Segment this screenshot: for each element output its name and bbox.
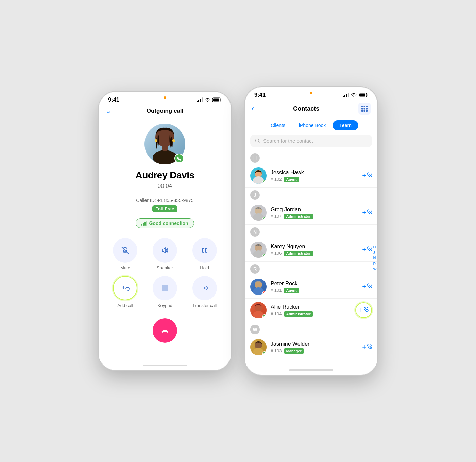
status-time-1: 9:41 xyxy=(108,96,119,103)
svg-marker-19 xyxy=(162,248,166,253)
offline-dot-peter xyxy=(262,291,267,295)
contact-item-allie[interactable]: Allie Rucker # 104 Administrator + xyxy=(245,299,377,322)
call-status-title: Outgoing call xyxy=(147,108,184,114)
home-indicator-1 xyxy=(143,365,187,366)
toll-free-badge: Toll-Free xyxy=(152,205,177,212)
svg-rect-34 xyxy=(346,94,347,97)
phone-arc-jessica xyxy=(367,172,372,179)
svg-point-28 xyxy=(166,287,168,289)
wifi-icon-1 xyxy=(205,98,210,102)
contact-meta-jasmine: # 103 Manager xyxy=(271,348,359,354)
section-letter-w: W xyxy=(250,325,260,334)
alpha-w[interactable]: W xyxy=(373,267,377,271)
contact-name-peter: Peter Rock xyxy=(271,281,359,287)
svg-point-27 xyxy=(164,287,166,289)
svg-point-58 xyxy=(253,311,264,318)
speaker-label: Speaker xyxy=(157,265,173,270)
mute-button[interactable]: Mute xyxy=(113,238,137,270)
svg-rect-2 xyxy=(200,99,201,102)
plus-sign-karey: + xyxy=(362,245,367,254)
avatar-jasmine xyxy=(250,339,267,355)
add-to-call-peter[interactable]: + xyxy=(362,282,372,291)
phone-arc-karey xyxy=(367,246,372,253)
wifi-icon-2 xyxy=(351,93,357,97)
contact-name-karey: Karey Nguyen xyxy=(271,244,359,250)
mute-icon xyxy=(120,246,130,255)
orange-dot-2 xyxy=(310,92,312,94)
contact-name-jessica: Jessica Hawk xyxy=(271,170,359,176)
call-timer: 00:04 xyxy=(158,183,172,190)
svg-point-26 xyxy=(162,287,164,289)
contact-info-greg: Greg Jordan # 107 Administrator xyxy=(271,207,359,219)
online-dot-allie xyxy=(262,314,267,318)
ext-karey: # 106 xyxy=(271,251,282,256)
end-call-button[interactable] xyxy=(153,318,177,343)
add-to-call-greg[interactable]: + xyxy=(362,208,372,217)
contact-item-karey[interactable]: Karey Nguyen # 106 Administrator + xyxy=(245,238,377,262)
status-icons-2 xyxy=(343,93,368,97)
contact-name-allie: Allie Rucker xyxy=(271,304,353,310)
add-to-call-jessica[interactable]: + xyxy=(362,171,372,180)
svg-rect-46 xyxy=(366,110,368,112)
search-bar[interactable]: Search for the contact xyxy=(250,135,372,147)
add-call-button[interactable]: + Add call xyxy=(113,276,137,308)
contact-item-peter[interactable]: Peter Rock # 101 Agent + xyxy=(245,275,377,299)
battery-icon-2 xyxy=(359,93,368,97)
plus-sign-allie: + xyxy=(359,306,363,315)
online-dot-karey xyxy=(262,254,267,258)
transfer-call-button[interactable]: Transfer call xyxy=(192,276,217,308)
svg-rect-43 xyxy=(366,108,368,110)
svg-rect-41 xyxy=(361,108,363,110)
svg-rect-20 xyxy=(202,248,204,252)
svg-point-10 xyxy=(172,139,175,142)
signal-icon-2 xyxy=(343,93,349,97)
svg-rect-32 xyxy=(343,96,344,97)
ext-greg: # 107 xyxy=(271,214,282,219)
svg-point-54 xyxy=(253,250,264,258)
contact-item-greg[interactable]: Greg Jordan # 107 Administrator + xyxy=(245,201,377,225)
contact-item-jasmine[interactable]: Jasmine Welder # 103 Manager + xyxy=(245,336,377,359)
phone-contacts: 9:41 xyxy=(245,87,377,375)
contact-item-jessica[interactable]: Jessica Hawk # 102 Agent + xyxy=(245,164,377,188)
svg-point-50 xyxy=(253,176,264,184)
svg-rect-39 xyxy=(364,106,366,107)
add-to-call-karey[interactable]: + xyxy=(362,245,372,254)
alpha-r[interactable]: R xyxy=(373,262,377,266)
alpha-j[interactable]: J xyxy=(373,250,377,255)
plus-sign-jasmine: + xyxy=(362,343,367,352)
status-bar-2: 9:41 xyxy=(245,87,377,100)
svg-rect-42 xyxy=(364,108,366,110)
phone-arc-greg xyxy=(367,209,372,216)
svg-rect-35 xyxy=(348,93,349,97)
add-to-call-allie[interactable]: + xyxy=(355,302,372,318)
tab-clients[interactable]: Clients xyxy=(264,120,292,130)
avatar-badge xyxy=(174,154,184,163)
tab-iphone-book[interactable]: iPhone Book xyxy=(292,120,333,130)
alpha-h[interactable]: H xyxy=(373,245,377,249)
speaker-button[interactable]: Speaker xyxy=(153,238,177,270)
contacts-header: ‹ Contacts xyxy=(245,100,377,119)
ext-jasmine: # 103 xyxy=(271,348,282,353)
end-call-icon xyxy=(159,325,170,336)
chevron-down-icon[interactable]: ⌄ xyxy=(105,107,112,115)
alpha-n[interactable]: N xyxy=(373,256,377,260)
svg-rect-33 xyxy=(344,95,345,97)
tab-team[interactable]: Team xyxy=(333,120,358,130)
role-peter: Agent xyxy=(284,288,299,293)
contact-meta-karey: # 106 Administrator xyxy=(271,251,359,256)
plus-sign-peter: + xyxy=(362,282,367,291)
add-to-call-jasmine[interactable]: + xyxy=(362,343,372,352)
caller-id-text: Caller ID: +1 855-855-9875 xyxy=(136,198,193,203)
keypad-label: Keypad xyxy=(157,303,172,308)
online-dot-jasmine xyxy=(262,351,267,355)
grid-view-button[interactable] xyxy=(358,103,371,115)
keypad-button[interactable]: Keypad xyxy=(153,276,177,308)
phone-arc-peter xyxy=(367,283,372,290)
call-controls-row-2: + Add call xyxy=(105,276,224,308)
call-header: ⌄ Outgoing call xyxy=(105,105,224,120)
svg-rect-11 xyxy=(141,224,142,226)
hold-button[interactable]: Hold xyxy=(192,238,217,270)
back-button[interactable]: ‹ xyxy=(252,104,254,113)
contact-info-peter: Peter Rock # 101 Agent xyxy=(271,281,359,293)
status-icons-1 xyxy=(197,97,222,102)
